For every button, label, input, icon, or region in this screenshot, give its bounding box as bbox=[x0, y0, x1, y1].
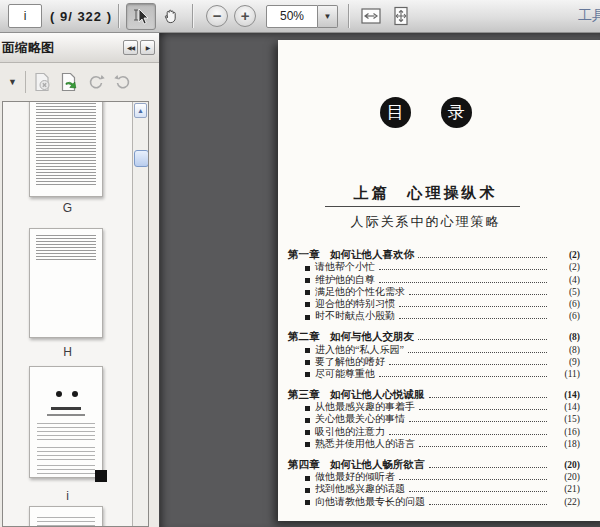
square-bullet-icon bbox=[305, 266, 310, 271]
dot-leader bbox=[419, 446, 547, 447]
toc-chapter-row: 第四章 如何让他人畅所欲言(20) bbox=[288, 459, 580, 471]
toc-entry-page: (4) bbox=[550, 274, 580, 286]
toc-item-row: 熟悉并使用他人的语言(18) bbox=[288, 438, 580, 450]
toc-item-row: 向他请教他最专长的问题(22) bbox=[288, 495, 580, 507]
toolbar-separator bbox=[192, 4, 194, 28]
toc-entry-title: 吸引他的注意力 bbox=[315, 426, 385, 438]
fit-width-button[interactable] bbox=[356, 3, 386, 30]
page-number-input[interactable] bbox=[8, 4, 42, 28]
square-bullet-icon bbox=[305, 418, 310, 423]
thumbnail-scrollbar[interactable]: ▲ bbox=[132, 102, 148, 526]
thumb-content bbox=[36, 235, 96, 261]
square-bullet-icon bbox=[305, 278, 310, 283]
select-cursor-icon bbox=[131, 6, 151, 26]
toc-item-row: 迎合他的特别习惯(6) bbox=[288, 298, 580, 310]
toc-entry-title: 找到他感兴趣的话题 bbox=[315, 483, 405, 495]
rotate-cw-button[interactable] bbox=[111, 70, 136, 95]
dot-leader bbox=[409, 421, 547, 422]
hand-tool-button[interactable] bbox=[156, 3, 186, 30]
toc-entry-title: 第二章 如何与他人交朋友 bbox=[288, 331, 414, 343]
square-bullet-icon bbox=[305, 372, 310, 377]
fit-page-button[interactable] bbox=[386, 3, 416, 30]
panel-expand-button[interactable]: ▶ bbox=[140, 40, 155, 55]
page-thumbnail[interactable] bbox=[29, 506, 103, 526]
scroll-up-button[interactable]: ▲ bbox=[134, 103, 147, 118]
select-tool-button[interactable] bbox=[126, 3, 156, 30]
toc-entry-page: (8) bbox=[550, 344, 580, 356]
pdf-viewer-window: ( 9/ 322 ) − + 50% ▼ bbox=[0, 0, 600, 527]
toolbar-separator bbox=[118, 4, 120, 28]
dot-leader bbox=[418, 339, 547, 340]
square-bullet-icon bbox=[305, 315, 310, 320]
toc-item-row: 关心他最关心的事情(15) bbox=[288, 413, 580, 425]
toc-chapter-row: 第三章 如何让他人心悦诚服(14) bbox=[288, 389, 580, 401]
toc-entry-page: (20) bbox=[550, 459, 580, 471]
fit-width-icon bbox=[359, 5, 383, 27]
insert-page-button[interactable] bbox=[57, 70, 82, 95]
toc-item-row: 维护他的自尊(4) bbox=[288, 273, 580, 285]
delete-page-button[interactable] bbox=[30, 70, 55, 95]
thumb-content bbox=[47, 414, 85, 416]
page-thumbnail[interactable] bbox=[29, 366, 103, 478]
thumb-content bbox=[37, 517, 95, 526]
thumbnail-page-label: G bbox=[3, 201, 132, 215]
toc-entry-page: (2) bbox=[550, 261, 580, 273]
thumbnail-list[interactable]: GHi ▲ bbox=[2, 101, 149, 527]
page-thumbnail[interactable] bbox=[29, 102, 103, 197]
thumb-content bbox=[37, 465, 95, 475]
dot-leader bbox=[409, 294, 547, 295]
square-bullet-icon bbox=[305, 348, 310, 353]
dot-leader bbox=[418, 257, 547, 258]
toc-chapter-row: 第一章 如何让他人喜欢你(2) bbox=[288, 249, 580, 261]
thumb-content bbox=[37, 423, 95, 441]
thumb-content bbox=[56, 391, 62, 397]
scrollbar-thumb[interactable] bbox=[134, 150, 149, 167]
rotate-cw-icon bbox=[112, 71, 134, 93]
toc-item-row: 请他帮个小忙(2) bbox=[288, 261, 580, 273]
main-toolbar: ( 9/ 322 ) − + 50% ▼ bbox=[0, 0, 600, 33]
options-dropdown-button[interactable]: ▼ bbox=[4, 77, 21, 87]
thumb-content bbox=[51, 407, 81, 410]
toolbar-separator bbox=[25, 71, 26, 93]
toc-item-row: 时不时献点小殷勤(6) bbox=[288, 310, 580, 322]
toc-entry-page: (15) bbox=[550, 413, 580, 425]
square-bullet-icon bbox=[305, 360, 310, 365]
page-thumbnail[interactable] bbox=[29, 228, 103, 338]
toc-item-row: 吸引他的注意力(16) bbox=[288, 425, 580, 437]
zoom-out-button[interactable]: − bbox=[206, 5, 228, 27]
page-count-label: ( 9/ 322 ) bbox=[50, 9, 112, 24]
thumb-content bbox=[72, 391, 78, 397]
dot-leader bbox=[399, 479, 547, 480]
part-title: 上篇 心理操纵术 bbox=[278, 184, 573, 203]
toc-entry-title: 进入他的“私人乐园” bbox=[315, 344, 404, 356]
toc-entry-page: (6) bbox=[550, 298, 580, 310]
toc-item-row: 从他最感兴趣的事着手(14) bbox=[288, 401, 580, 413]
thumbnail-page-label: H bbox=[3, 345, 132, 359]
dot-leader bbox=[379, 269, 547, 270]
thumbnail-page-label: i bbox=[3, 489, 132, 503]
toc-entry-title: 请他帮个小忙 bbox=[315, 261, 375, 273]
dot-leader bbox=[379, 376, 547, 377]
toc-entry-page: (6) bbox=[550, 310, 580, 322]
panel-collapse-button[interactable]: ◀◀ bbox=[123, 40, 138, 55]
tools-panel-link[interactable]: 工具 bbox=[578, 7, 600, 25]
dot-leader bbox=[379, 282, 547, 283]
rotate-ccw-icon bbox=[85, 71, 107, 93]
document-view[interactable]: 目 录 上篇 心理操纵术 人际关系中的心理策略 第一章 如何让他人喜欢你(2)请… bbox=[160, 33, 600, 527]
toc-chapter-row: 第二章 如何与他人交朋友(8) bbox=[288, 331, 580, 343]
zoom-dropdown-button[interactable]: ▼ bbox=[318, 5, 338, 28]
toc-entry-title: 要了解他的嗜好 bbox=[315, 356, 385, 368]
thumb-content bbox=[37, 447, 95, 460]
toc-title-char: 目 bbox=[380, 97, 411, 128]
toc-entry-title: 尽可能尊重他 bbox=[315, 368, 375, 380]
zoom-in-button[interactable]: + bbox=[234, 5, 256, 27]
toc-item-row: 满足他的个性化需求(5) bbox=[288, 286, 580, 298]
dot-leader bbox=[399, 306, 547, 307]
rotate-ccw-button[interactable] bbox=[84, 70, 109, 95]
thumbnail-options-toolbar: ▼ bbox=[0, 63, 159, 101]
panel-header: 面缩略图 ◀◀ ▶ bbox=[0, 33, 159, 63]
zoom-level-value[interactable]: 50% bbox=[266, 5, 318, 28]
square-bullet-icon bbox=[305, 430, 310, 435]
toc-entry-page: (9) bbox=[550, 356, 580, 368]
toc-entry-title: 迎合他的特别习惯 bbox=[315, 298, 395, 310]
